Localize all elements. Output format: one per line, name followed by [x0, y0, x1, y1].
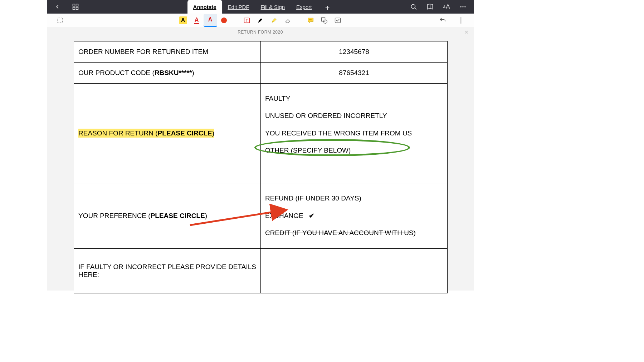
shape-tool[interactable] — [317, 14, 331, 27]
annotate-toolbar: A A A T — [47, 14, 474, 27]
pref-exchange: EXCHANGE ✔ — [265, 207, 443, 224]
search-button[interactable] — [408, 1, 419, 13]
underline-tool[interactable]: A — [190, 14, 204, 27]
order-number-label: ORDER NUMBER FOR RETURNED ITEM — [74, 41, 261, 63]
toolbar-tools: A A A T — [176, 14, 345, 27]
toolbar-right — [436, 14, 474, 27]
preference-options: REFUND (IF UNDER 30 DAYS) EXCHANGE ✔ CRE… — [261, 183, 448, 248]
table-row: IF FAULTY OR INCORRECT PLEASE PROVIDE DE… — [74, 248, 448, 293]
back-button[interactable] — [52, 1, 63, 13]
tab-fill-sign[interactable]: Fill & Sign — [255, 0, 291, 14]
eraser-tool[interactable] — [281, 14, 294, 27]
pref-credit: CREDIT (IF YOU HAVE AN ACCOUNT WITH US) — [265, 224, 443, 242]
reason-options: FAULTY UNUSED OR ORDERED INCORRETLY YOU … — [261, 84, 448, 183]
details-value — [261, 248, 448, 293]
tab-annotate[interactable]: Annotate — [187, 0, 222, 14]
strikethrough-tool[interactable]: A — [204, 14, 217, 27]
svg-rect-1 — [76, 4, 78, 6]
details-label: IF FAULTY OR INCORRECT PLEASE PROVIDE DE… — [74, 248, 261, 293]
highlight-tool[interactable]: A — [176, 14, 190, 27]
reason-faulty: FAULTY — [265, 90, 443, 107]
return-form-table: ORDER NUMBER FOR RETURNED ITEM 12345678 … — [74, 41, 448, 293]
table-row: YOUR PREFERENCE (PLEASE CIRCLE) REFUND (… — [74, 183, 448, 248]
mode-tabs: Annotate Edit PDF Fill & Sign Export — [187, 0, 333, 14]
top-bar-left — [47, 1, 81, 13]
thumbnails-button[interactable] — [70, 1, 81, 13]
reading-view-button[interactable] — [424, 1, 436, 13]
svg-point-14 — [309, 19, 309, 20]
table-row: REASON FOR RETURN (PLEASE CIRCLE) FAULTY… — [74, 84, 448, 183]
close-document-button[interactable]: ✕ — [464, 29, 469, 35]
reason-wrong-item: YOU RECEIVED THE WRONG ITEM FROM US — [265, 125, 443, 142]
svg-rect-2 — [73, 8, 75, 10]
svg-rect-17 — [321, 18, 325, 21]
checkmark-icon: ✔ — [309, 212, 314, 219]
svg-rect-21 — [462, 17, 462, 24]
top-bar-right: AA — [408, 1, 474, 13]
tab-edit-pdf[interactable]: Edit PDF — [222, 0, 255, 14]
undo-button[interactable] — [436, 14, 449, 27]
pen-tool[interactable] — [254, 14, 267, 27]
product-code-label: OUR PRODUCT CODE (RBSKU*****) — [74, 63, 261, 84]
preference-label: YOUR PREFERENCE (PLEASE CIRCLE) — [74, 183, 261, 248]
svg-text:T: T — [245, 19, 248, 23]
document-page: ORDER NUMBER FOR RETURNED ITEM 12345678 … — [74, 41, 448, 293]
tab-export[interactable]: Export — [291, 0, 317, 14]
reason-other: OTHER (SPECIFY BELOW) — [265, 142, 443, 159]
selection-tool[interactable] — [53, 14, 67, 27]
stamp-tool[interactable] — [331, 14, 345, 27]
document-title: RETURN FORM 2020 — [238, 30, 283, 35]
svg-point-10 — [464, 6, 465, 7]
table-row: OUR PRODUCT CODE (RBSKU*****) 87654321 — [74, 63, 448, 84]
document-title-bar: RETURN FORM 2020 ✕ — [47, 27, 474, 37]
svg-point-16 — [311, 19, 312, 20]
pref-refund: REFUND (IF UNDER 30 DAYS) — [265, 190, 443, 207]
more-button[interactable] — [457, 1, 469, 13]
svg-point-8 — [460, 6, 462, 7]
order-number-value: 12345678 — [261, 41, 448, 63]
app-window: Annotate Edit PDF Fill & Sign Export AA — [47, 0, 474, 291]
text-size-button[interactable]: AA — [441, 1, 452, 13]
svg-point-15 — [310, 19, 311, 20]
top-bar: Annotate Edit PDF Fill & Sign Export AA — [47, 0, 474, 14]
reason-unused: UNUSED OR ORDERED INCORRETLY — [265, 107, 443, 124]
svg-point-9 — [462, 6, 463, 7]
svg-rect-11 — [58, 18, 63, 23]
reason-label: REASON FOR RETURN (PLEASE CIRCLE) — [74, 84, 261, 183]
table-row: ORDER NUMBER FOR RETURNED ITEM 12345678 — [74, 41, 448, 63]
highlighter-tool[interactable] — [267, 14, 281, 27]
toolbar-left — [47, 14, 67, 27]
svg-line-7 — [414, 8, 416, 9]
svg-rect-0 — [73, 4, 75, 6]
note-tool[interactable] — [304, 14, 317, 27]
product-code-value: 87654321 — [261, 63, 448, 84]
svg-rect-3 — [76, 8, 78, 10]
color-picker-tool[interactable] — [217, 14, 231, 27]
svg-point-6 — [411, 4, 415, 8]
svg-rect-20 — [460, 17, 461, 24]
add-tab-button[interactable] — [322, 2, 333, 14]
svg-point-18 — [323, 20, 327, 23]
redo-button[interactable] — [454, 14, 468, 27]
textbox-tool[interactable]: T — [240, 14, 254, 27]
